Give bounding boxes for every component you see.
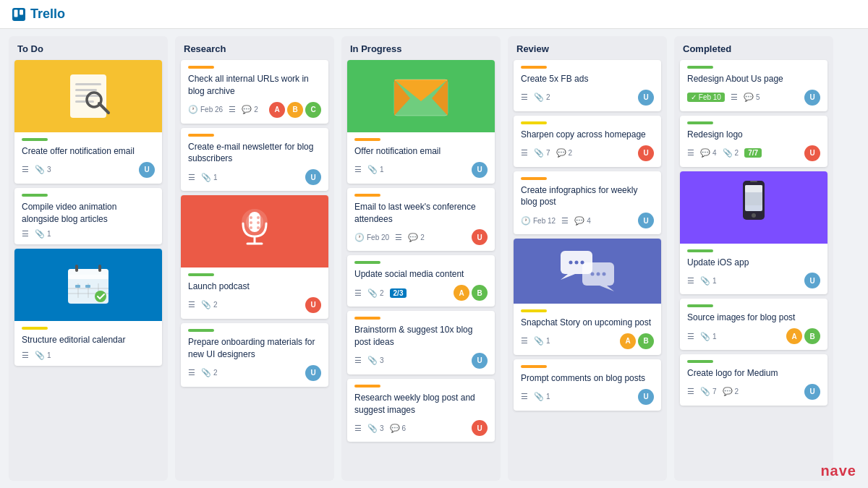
card-meta-research-2: ☰ 📎 1 U	[188, 169, 321, 185]
progress-badge: 2/3	[390, 288, 407, 298]
card-inprogress-4[interactable]: Brainstorm & suggest 10x blog post ideas…	[347, 311, 495, 374]
avatar: U	[804, 145, 820, 161]
meta-comments: 💬 2	[556, 148, 573, 158]
label-yellow	[521, 309, 547, 312]
meta-attachments: 📎 2	[201, 300, 218, 309]
list-icon: ☰	[561, 216, 569, 226]
card-meta-research-1: 🕐 Feb 26 ☰ 💬 2 A B C	[188, 102, 321, 118]
meta-list: ☰	[22, 351, 29, 360]
label-yellow	[22, 327, 48, 330]
card-title-inprogress-1: Offer notification email	[354, 145, 488, 158]
card-inprogress-1[interactable]: Offer notification email ☰ 📎 1 U	[347, 60, 495, 184]
card-inprogress-5[interactable]: Research weekly blog post and suggest im…	[347, 379, 495, 442]
card-research-3[interactable]: Launch podcast ☰ 📎 2 U	[181, 195, 328, 319]
card-todo-2[interactable]: Compile video animation alongside blog a…	[14, 188, 162, 245]
card-review-3[interactable]: Create infographics for weekly blog post…	[514, 171, 661, 235]
list-icon: ☰	[687, 332, 694, 341]
svg-marker-40	[561, 274, 575, 280]
list-icon: ☰	[354, 356, 362, 365]
card-completed-4[interactable]: Source images for blog post ☰ 📎 1 A B	[680, 299, 827, 350]
card-review-2[interactable]: Sharpen copy across homepage ☰ 📎 7 💬 2 U	[514, 116, 661, 167]
card-meta-completed-5: ☰ 📎 7 💬 2 U	[687, 384, 820, 400]
card-review-1[interactable]: Create 5x FB ads ☰ 📎 2 U	[514, 60, 661, 111]
card-title-research-3: Launch podcast	[188, 281, 321, 293]
paperclip-icon: 📎	[367, 288, 378, 298]
card-meta-review-1: ☰ 📎 2 U	[521, 90, 654, 106]
svg-rect-53	[745, 197, 762, 201]
card-title-review-1: Create 5x FB ads	[521, 73, 654, 85]
column-header-research: Research	[181, 42, 328, 56]
list-icon: ☰	[354, 288, 362, 298]
app-header: Trello	[0, 0, 868, 29]
meta-attachments: 📎 1	[700, 332, 717, 341]
paperclip-icon: 📎	[367, 356, 378, 365]
svg-rect-21	[75, 265, 78, 272]
card-meta-todo-2: ☰ 📎 1	[22, 229, 155, 239]
list-icon: ☰	[687, 148, 694, 158]
avatar-row: U	[638, 213, 654, 228]
meta-attachments: 📎 2	[367, 288, 384, 298]
card-completed-2[interactable]: Redesign logo ☰ 💬 4 📎 2 7/7 U	[680, 116, 827, 167]
comment-icon: 💬	[723, 387, 733, 396]
card-todo-3[interactable]: Structure editorial calendar ☰ 📎 1	[14, 249, 162, 366]
avatar-row: U	[305, 297, 321, 313]
comment-icon: 💬	[390, 424, 400, 433]
svg-point-31	[257, 226, 260, 229]
svg-marker-45	[600, 286, 614, 291]
meta-attachments: 📎 7	[700, 387, 717, 396]
svg-rect-19	[85, 285, 90, 288]
avatar-row: U	[804, 273, 820, 288]
avatar-row: U	[638, 389, 654, 405]
avatar-row: U	[305, 169, 321, 185]
card-review-5[interactable]: Prompt comments on blog posts ☰ 📎 1 U	[514, 359, 661, 411]
card-body-research-1: Check all internal URLs work in blog arc…	[181, 60, 328, 124]
card-body-completed-3: Update iOS app ☰ 📎 1 U	[680, 244, 827, 295]
board: To Do Create offer notification email	[0, 29, 868, 488]
card-research-4[interactable]: Prepare onboarding materials for new UI …	[181, 323, 328, 387]
label-orange	[354, 385, 380, 388]
column-title-inprogress: In Progress	[350, 43, 402, 54]
list-icon: ☰	[22, 229, 29, 239]
card-body-review-4: Snapchat Story on upcoming post ☰ 📎 1 A …	[514, 304, 661, 355]
card-todo-1[interactable]: Create offer notification email ☰ 📎 3 U	[14, 60, 162, 184]
meta-list: ☰	[521, 336, 528, 346]
svg-rect-2	[20, 9, 23, 14]
card-completed-3[interactable]: Update iOS app ☰ 📎 1 U	[680, 171, 827, 295]
meta-list: ☰	[521, 148, 528, 158]
card-meta-todo-3: ☰ 📎 1	[22, 351, 155, 360]
label-green	[687, 304, 713, 307]
avatar: C	[305, 102, 321, 118]
card-image-calendar	[14, 249, 162, 321]
card-title-research-4: Prepare onboarding materials for new UI …	[188, 336, 321, 361]
svg-point-20	[95, 291, 106, 302]
meta-list: ☰	[229, 105, 236, 114]
avatar: U	[472, 162, 488, 178]
card-title-completed-5: Create logo for Medium	[687, 367, 820, 380]
card-title-todo-1: Create offer notification email	[22, 145, 155, 158]
card-meta-inprogress-1: ☰ 📎 1 U	[354, 162, 488, 178]
card-research-1[interactable]: Check all internal URLs work in blog arc…	[181, 60, 328, 124]
avatar-row: A B	[786, 328, 820, 344]
card-inprogress-2[interactable]: Email to last week's conference attendee…	[347, 188, 495, 252]
card-completed-5[interactable]: Create logo for Medium ☰ 📎 7 💬 2 U	[680, 354, 827, 406]
meta-list: ☰	[731, 93, 738, 102]
card-inprogress-3[interactable]: Update social media content ☰ 📎 2 2/3 A …	[347, 255, 495, 307]
card-title-review-5: Prompt comments on blog posts	[521, 372, 654, 385]
card-completed-1[interactable]: Redesign About Us page ✓ Feb 10 ☰ 💬 5 U	[680, 60, 827, 111]
meta-list: ☰	[687, 148, 694, 158]
card-body-research-4: Prepare onboarding materials for new UI …	[181, 323, 328, 387]
meta-list: ☰	[354, 356, 362, 365]
card-body-completed-2: Redesign logo ☰ 💬 4 📎 2 7/7 U	[680, 116, 827, 167]
paperclip-icon: 📎	[534, 336, 544, 346]
svg-point-30	[257, 221, 260, 224]
meta-attachments: 📎 7	[534, 148, 550, 158]
paperclip-icon: 📎	[35, 229, 45, 239]
list-icon: ☰	[521, 336, 528, 346]
label-green	[188, 273, 214, 276]
meta-list: ☰	[188, 300, 195, 309]
card-image-chat	[514, 239, 661, 304]
card-title-completed-1: Redesign About Us page	[687, 73, 820, 85]
list-icon: ☰	[22, 351, 29, 360]
card-review-4[interactable]: Snapchat Story on upcoming post ☰ 📎 1 A …	[514, 239, 661, 355]
card-research-2[interactable]: Create e-mail newsletter for blog subscr…	[181, 128, 328, 192]
